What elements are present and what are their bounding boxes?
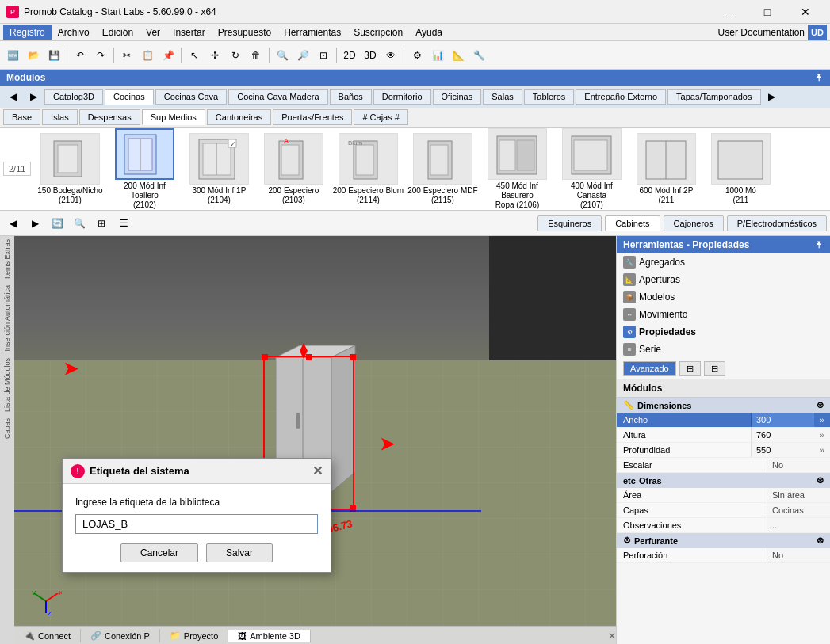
tab-catalog3d[interactable]: Catalog3D (44, 89, 103, 105)
extra-btn-3[interactable]: 📐 (449, 46, 468, 65)
dialog-close-btn[interactable]: ✕ (312, 463, 323, 478)
catalog-item-5[interactable]: 200 Especiero MDF(2115) (407, 133, 478, 205)
otras-collapse[interactable]: ⊛ (817, 475, 824, 486)
rotate-button[interactable]: ↻ (226, 46, 245, 65)
prop-agregados[interactable]: 🔧 Agregados (617, 253, 830, 271)
escalar-value[interactable]: No (767, 458, 830, 472)
refresh-btn[interactable]: 🔄 (48, 214, 67, 233)
render-button[interactable]: 👁 (381, 46, 400, 65)
filter-btn[interactable]: ⊞ (92, 214, 111, 233)
area-value[interactable]: Sin área (767, 488, 830, 502)
prev-tab-button[interactable]: ◀ (3, 87, 22, 106)
ancho-row[interactable]: Ancho 300 » (617, 413, 830, 428)
subtab-sup-medios[interactable]: Sup Medios (142, 109, 205, 125)
sidebar-lista-modulos[interactable]: Lista de Módulos (2, 355, 13, 415)
tab-grid-view[interactable]: ⊞ (679, 361, 701, 376)
tab-tableros[interactable]: Tableros (524, 89, 575, 105)
tab-oficinas[interactable]: Oficinas (433, 89, 482, 105)
dimensions-collapse[interactable]: ⊛ (817, 400, 824, 410)
tab-tapas[interactable]: Tapas/Tamponados (667, 89, 760, 105)
maximize-button[interactable]: □ (749, 0, 786, 24)
extra-btn-2[interactable]: 📊 (428, 46, 447, 65)
tab-dormitorio[interactable]: Dormitorio (373, 89, 431, 105)
menu-herramientas[interactable]: Herramientas (277, 25, 347, 40)
profundidad-arrow[interactable]: » (814, 446, 830, 455)
catalog-item-0[interactable]: 150 Bodega/Nicho(2101) (34, 133, 105, 205)
vp-tab-ambiente[interactable]: 🖼 Ambiente 3D (228, 630, 311, 642)
catalog-item-4[interactable]: Blum 200 Especiero Blum(2114) (332, 133, 404, 205)
prev-btn[interactable]: ◀ (3, 214, 22, 233)
redo-button[interactable]: ↷ (91, 46, 110, 65)
tab-cabinets[interactable]: Cabinets (605, 215, 660, 231)
profundidad-row[interactable]: Profundidad 550 » (617, 443, 830, 458)
sidebar-items-extras[interactable]: Items Extras (2, 236, 13, 282)
cut-button[interactable]: ✂ (117, 46, 136, 65)
escalar-row[interactable]: Escalar No (617, 458, 830, 473)
tab-cocina-cava-madera[interactable]: Cocina Cava Madera (228, 89, 327, 105)
open-button[interactable]: 📂 (24, 46, 43, 65)
cancel-button[interactable]: Cancelar (120, 543, 198, 562)
extra-btn-4[interactable]: 🔧 (469, 46, 488, 65)
menu-insertar[interactable]: Insertar (166, 25, 212, 40)
zoom-fit-button[interactable]: ⊡ (314, 46, 333, 65)
menu-edicion[interactable]: Edición (96, 25, 140, 40)
tab-esquineros[interactable]: Esquineros (537, 215, 602, 231)
tab-banos[interactable]: Baños (330, 89, 372, 105)
prop-propiedades[interactable]: ⚙ Propiedades (617, 323, 830, 341)
capas-row[interactable]: Capas Cocinas (617, 503, 830, 518)
catalog-item-9[interactable]: 1000 Mó(211 (705, 133, 776, 205)
perfurante-header[interactable]: ⚙ Perfurante ⊛ (617, 533, 830, 548)
ancho-arrow[interactable]: » (814, 416, 830, 425)
vp-tab-proyecto[interactable]: 📁 Proyecto (160, 629, 228, 642)
tab-list-view[interactable]: ⊟ (704, 361, 725, 376)
next-tab-button[interactable]: ▶ (24, 87, 43, 106)
tab-cocinas[interactable]: Cocinas (105, 89, 154, 105)
menu-ayuda[interactable]: Ayuda (409, 25, 449, 40)
search-btn[interactable]: 🔍 (70, 214, 89, 233)
paste-button[interactable]: 📌 (159, 46, 178, 65)
sidebar-insercion[interactable]: Inserción Automática (2, 282, 13, 355)
catalog-item-8[interactable]: 600 Mód Inf 2P(211 (630, 133, 702, 205)
dimensions-header[interactable]: 📏 Dimensiones ⊛ (617, 398, 830, 413)
observaciones-row[interactable]: Observaciones ... (617, 518, 830, 533)
area-row[interactable]: Área Sin área (617, 488, 830, 503)
prop-serie[interactable]: ≡ Serie (617, 341, 830, 358)
perforacion-value[interactable]: No (767, 548, 830, 562)
altura-arrow[interactable]: » (814, 431, 830, 440)
zoom-in-button[interactable]: 🔍 (273, 46, 292, 65)
zoom-out-button[interactable]: 🔎 (293, 46, 312, 65)
minimize-button[interactable]: — (711, 0, 748, 24)
save-button[interactable]: Salvar (206, 543, 273, 562)
new-button[interactable]: 🆕 (3, 46, 22, 65)
catalog-item-6[interactable]: 450 Mód Inf BasureroRopa (2106) (481, 128, 553, 210)
delete-button[interactable]: 🗑 (247, 46, 266, 65)
subtab-puertas[interactable]: Puertas/Frentes (273, 109, 352, 125)
viewport-close-btn[interactable]: ✕ (608, 631, 616, 642)
catalog-item-1[interactable]: 200 Mód Inf Toallero(2102) (109, 128, 180, 210)
prop-aperturas[interactable]: 📐 Aperturas (617, 271, 830, 288)
copy-button[interactable]: 📋 (138, 46, 157, 65)
tab-entrepano[interactable]: Entrepaño Externo (576, 89, 666, 105)
close-button[interactable]: ✕ (787, 0, 824, 24)
ud-icon[interactable]: UD (808, 25, 827, 40)
more-tabs-button[interactable]: ▶ (763, 87, 782, 106)
perforacion-row[interactable]: Perforación No (617, 548, 830, 563)
view-3d-button[interactable]: 3D (361, 46, 380, 65)
subtab-islas[interactable]: Islas (42, 109, 78, 125)
sidebar-capas[interactable]: Capas (2, 415, 13, 442)
observaciones-value[interactable]: ... (767, 518, 830, 532)
right-panel-pin[interactable]: 🖈 (814, 239, 824, 250)
profundidad-value[interactable]: 550 (751, 443, 814, 457)
catalog-item-2[interactable]: ✓ 300 Mód Inf 1P(2104) (183, 133, 254, 205)
tab-salas[interactable]: Salas (483, 89, 522, 105)
subtab-cantoneiras[interactable]: Cantoneiras (207, 109, 271, 125)
menu-archivo[interactable]: Archivo (52, 25, 96, 40)
altura-value[interactable]: 760 (751, 428, 814, 442)
undo-button[interactable]: ↶ (71, 46, 90, 65)
vp-tab-connect[interactable]: 🔌 Connect (14, 629, 81, 642)
menu-registro[interactable]: Registro (3, 25, 52, 40)
grid-btn[interactable]: ☰ (114, 214, 133, 233)
ancho-value[interactable]: 300 (751, 413, 814, 427)
subtab-base[interactable]: Base (3, 109, 40, 125)
tab-cocinas-cava[interactable]: Cocinas Cava (155, 89, 227, 105)
